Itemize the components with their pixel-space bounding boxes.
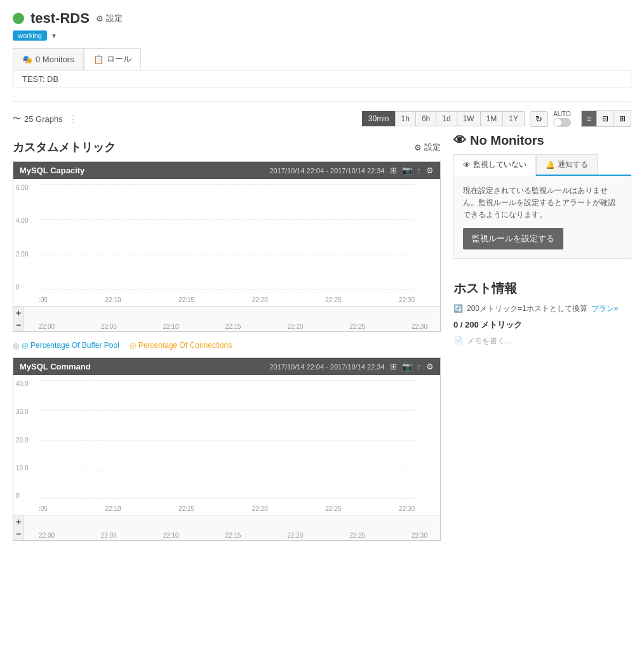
graphs-options-icon[interactable]: ⋮ bbox=[68, 113, 78, 125]
memo-row[interactable]: 📄 メモを書く... bbox=[453, 336, 631, 347]
grid-line bbox=[39, 380, 415, 381]
chart1-controls: 2017/10/14 22:04 - 2017/10/14 22:34 ⊞ 📷 … bbox=[269, 166, 434, 175]
auto-toggle[interactable]: AUTO bbox=[553, 110, 571, 127]
time-btn-1y[interactable]: 1Y bbox=[502, 111, 525, 126]
chart1-minimap-labels: 22:00 22:05 22:10 22:15 22:20 22:25 22:3… bbox=[39, 323, 427, 330]
chevron-down-icon[interactable]: ▼ bbox=[51, 32, 57, 39]
chart2-grid bbox=[39, 380, 415, 500]
graphs-count-icon: 〜 bbox=[13, 113, 21, 124]
chart2-header: MySQL Command 2017/10/14 22:04 - 2017/10… bbox=[13, 358, 440, 375]
set-rule-button[interactable]: 監視ルールを設定する bbox=[463, 228, 563, 249]
view-btn-grid[interactable]: ⊞ bbox=[614, 110, 631, 127]
grid-line bbox=[39, 255, 415, 255]
metric-count-row: 0 / 200 メトリック bbox=[453, 319, 631, 331]
x-label-1: 22:10 bbox=[105, 296, 121, 303]
tab-notify[interactable]: 🔔 通知する bbox=[536, 154, 598, 175]
grid-line bbox=[39, 289, 415, 290]
memo-placeholder: メモを書く... bbox=[467, 336, 511, 347]
view-btn-double[interactable]: ⊟ bbox=[596, 110, 614, 127]
host-info-title: ホスト情報 bbox=[453, 280, 631, 297]
role-section: TEST: DB bbox=[13, 70, 631, 88]
tab-not-watching[interactable]: 👁 監視していない bbox=[453, 154, 536, 176]
monitors-title-text: No Monitors bbox=[470, 133, 544, 148]
chart1-settings-icon[interactable]: ⚙ bbox=[426, 166, 434, 175]
status-badge[interactable]: working bbox=[13, 30, 47, 41]
host-info-section: ホスト情報 🔄 200メトリック=1ホストとして換算 プラン» 0 / 200 … bbox=[453, 280, 631, 347]
monitors-section: 👁 No Monitors 👁 監視していない 🔔 通知する 現在設定されている… bbox=[453, 133, 631, 259]
time-btn-30min[interactable]: 30min bbox=[362, 111, 395, 126]
chart2-settings-icon[interactable]: ⚙ bbox=[426, 362, 434, 371]
x-label-5: 22:30 bbox=[399, 296, 415, 303]
chart1-title: MySQL Capacity bbox=[20, 166, 84, 175]
tab-monitors[interactable]: 🎭 0 Monitors bbox=[13, 48, 84, 70]
monitors-body: 現在設定されている監視ルールはありません。監視ルールを設定するとアラートが確認で… bbox=[453, 176, 631, 259]
grid-line bbox=[39, 219, 415, 220]
nav-tabs: 🎭 0 Monitors 📋 ロール bbox=[13, 48, 631, 70]
camera-icon[interactable]: 📷 bbox=[402, 166, 412, 175]
gear-icon: ⚙ bbox=[96, 14, 104, 23]
conversion-text: 200メトリック=1ホストとして換算 bbox=[467, 303, 587, 314]
y2-label-3: 20.0 bbox=[16, 437, 28, 444]
metric-separator: / bbox=[460, 320, 465, 329]
y2-label-5: 0 bbox=[16, 493, 28, 500]
chart1-legend: ◎ Percentage Of Buffer Pool ◎ Percentage… bbox=[22, 338, 232, 354]
y2-label-1: 40.0 bbox=[16, 380, 28, 387]
refresh-button[interactable]: ↻ bbox=[530, 111, 548, 127]
grid-line bbox=[39, 470, 415, 470]
legend-dot-blue: ◎ bbox=[22, 341, 28, 350]
time-btn-1d[interactable]: 1d bbox=[436, 111, 456, 126]
chart2-minimap: + − 22:00 22:05 22:10 22:15 22:20 22:25 … bbox=[13, 515, 440, 540]
grid-line bbox=[39, 498, 415, 499]
graphs-toolbar: 〜 25 Graphs ⋮ 30min 1h 6h 1d 1W 1M 1Y ↻ … bbox=[13, 101, 631, 127]
notify-label: 通知する bbox=[558, 159, 588, 170]
not-watching-label: 監視していない bbox=[473, 159, 527, 170]
auto-toggle-track[interactable] bbox=[553, 118, 571, 127]
monitors-body-text: 現在設定されている監視ルールはありません。監視ルールを設定するとアラートが確認で… bbox=[463, 185, 622, 222]
chart1-legend-area: ◎ ◎ Percentage Of Buffer Pool ◎ Percenta… bbox=[13, 338, 441, 354]
grid-line bbox=[39, 410, 415, 411]
chart2-share-icon[interactable]: ↑ bbox=[417, 362, 422, 371]
zoom2-out-icon[interactable]: − bbox=[16, 529, 21, 539]
time-btn-1h[interactable]: 1h bbox=[395, 111, 415, 126]
header-settings-label: 設定 bbox=[106, 13, 123, 24]
chart1-minimap: + − 22:00 22:05 22:10 22:15 22:20 22:25 … bbox=[13, 306, 440, 331]
header-settings-link[interactable]: ⚙ 設定 bbox=[96, 13, 123, 24]
time-btn-1m[interactable]: 1M bbox=[480, 111, 503, 126]
monitors-tabs: 👁 監視していない 🔔 通知する bbox=[453, 154, 631, 176]
zoom-in-icon[interactable]: + bbox=[16, 308, 21, 318]
not-watching-icon: 👁 bbox=[463, 161, 471, 169]
page-title: test-RDS bbox=[30, 10, 90, 27]
time-btn-1w[interactable]: 1W bbox=[457, 111, 480, 126]
minimap-controls[interactable]: + − bbox=[13, 307, 24, 331]
zoom-out-icon[interactable]: − bbox=[16, 320, 21, 330]
time-btn-6h[interactable]: 6h bbox=[415, 111, 436, 126]
settings-label: 設定 bbox=[424, 142, 441, 153]
x-label-3: 22:20 bbox=[252, 296, 268, 303]
view-btn-list[interactable]: ≡ bbox=[581, 110, 596, 127]
metric-count-value: 0 bbox=[453, 320, 458, 329]
time-button-group: 30min 1h 6h 1d 1W 1M 1Y bbox=[362, 111, 525, 126]
legend-label-buffer-pool: Percentage Of Buffer Pool bbox=[30, 341, 119, 350]
zoom2-in-icon[interactable]: + bbox=[16, 517, 21, 527]
metric-total: 200 bbox=[465, 320, 479, 329]
chart2-expand-icon[interactable]: ⊞ bbox=[390, 362, 397, 371]
share-icon[interactable]: ↑ bbox=[417, 166, 422, 175]
expand-icon[interactable]: ⊞ bbox=[390, 166, 397, 175]
legend-connections[interactable]: ◎ Percentage Of Connections bbox=[130, 341, 232, 350]
chart2-date-range: 2017/10/14 22:04 - 2017/10/14 22:34 bbox=[269, 363, 384, 371]
x-label-2: 22:15 bbox=[178, 296, 194, 303]
chart2-minimap-controls[interactable]: + − bbox=[13, 515, 24, 540]
chart-mysql-capacity: MySQL Capacity 2017/10/14 22:04 - 2017/1… bbox=[13, 161, 441, 332]
chart2-controls: 2017/10/14 22:04 - 2017/10/14 22:34 ⊞ 📷 … bbox=[269, 362, 434, 371]
metric-unit: メトリック bbox=[481, 320, 522, 329]
x-label-4: 22:25 bbox=[325, 296, 341, 303]
custom-metrics-settings[interactable]: ⚙ 設定 bbox=[414, 142, 441, 153]
graphs-count-value: 25 Graphs bbox=[24, 114, 63, 124]
conversion-row: 🔄 200メトリック=1ホストとして換算 プラン» bbox=[453, 303, 631, 314]
plan-link[interactable]: プラン» bbox=[591, 303, 619, 314]
chart2-camera-icon[interactable]: 📷 bbox=[402, 362, 412, 371]
legend-dot-orange: ◎ bbox=[130, 341, 136, 350]
legend-buffer-pool[interactable]: ◎ Percentage Of Buffer Pool bbox=[22, 341, 119, 350]
tab-role[interactable]: 📋 ロール bbox=[84, 48, 141, 70]
y-label-1: 6.00 bbox=[16, 184, 28, 191]
